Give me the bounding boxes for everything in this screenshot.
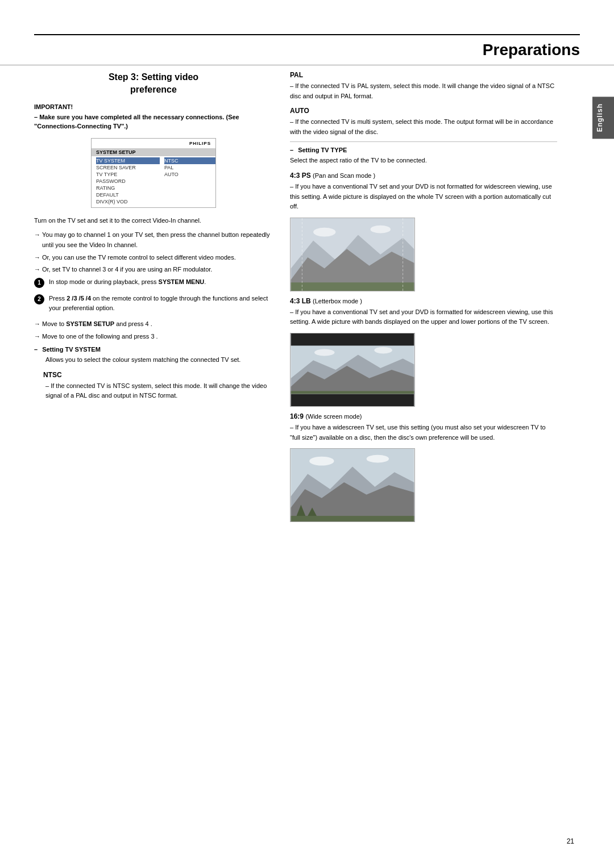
ps-heading: 4:3 PS (Pan and Scan mode ) — [290, 172, 557, 180]
menu-row-divx: DIVX(R) VOD — [96, 198, 160, 205]
left-column: Step 3: Setting video preference IMPORTA… — [34, 65, 273, 524]
auto-heading: AUTO — [290, 107, 557, 115]
ntsc-body: – If the connected TV is NTSC system, se… — [34, 381, 273, 401]
pal-heading: PAL — [290, 71, 557, 79]
svg-point-23 — [309, 457, 334, 466]
page-number: 21 — [567, 837, 574, 845]
sub-section-tv-system: – Setting TV SYSTEM — [34, 346, 273, 353]
language-tab: English — [592, 97, 614, 139]
ws-landscape-image — [290, 448, 415, 522]
svg-point-16 — [374, 347, 392, 354]
menu-row-tv-type: TV TYPE — [96, 171, 160, 178]
arrow-text-4: Move to SYSTEM SETUP and press 4 . — [34, 319, 273, 329]
page: Preparations English Step 3: Setting vid… — [0, 0, 614, 868]
sub-section-tv-type: – Setting TV TYPE — [290, 147, 557, 153]
right-column: PAL – If the connected TV is PAL system,… — [290, 65, 580, 524]
section-divider-1 — [290, 141, 557, 142]
menu-value-ntsc: NTSC — [164, 157, 215, 164]
lb-heading: 4:3 LB (Letterbox mode ) — [290, 297, 557, 305]
menu-value-auto: AUTO — [164, 171, 215, 178]
menu-row-password: PASSWORD — [96, 178, 160, 185]
menu-row-rating: RATING — [96, 185, 160, 191]
menu-header: SYSTEM SETUP — [92, 148, 215, 156]
menu-rows: TV SYSTEM SCREEN SAVER TV TYPE PASSWORD … — [92, 157, 215, 205]
sub-body-tv-system: Allows you to select the colour system m… — [34, 355, 273, 365]
step-1: 1 In stop mode or during playback, press… — [34, 277, 273, 288]
content-area: Step 3: Setting video preference IMPORTA… — [0, 65, 614, 524]
arrow-text-1: You may go to channel 1 on your TV set, … — [34, 230, 273, 250]
svg-rect-3 — [291, 282, 414, 291]
auto-body: – If the connected TV is multi system, s… — [290, 117, 557, 137]
menu-col-right: NTSC PAL AUTO — [160, 157, 215, 205]
page-title: Preparations — [0, 35, 614, 65]
arrow-text-2: Or, you can use the TV remote control to… — [34, 253, 273, 263]
menu-row-tv-system: TV SYSTEM — [96, 157, 160, 164]
ntsc-heading: NTSC — [34, 371, 273, 379]
svg-point-15 — [314, 349, 334, 356]
sub-body-tv-type: Select the aspect ratio of the TV to be … — [290, 156, 557, 166]
step-2: 2 Press 2 /3 /5 /4 on the remote control… — [34, 294, 273, 314]
svg-point-6 — [313, 227, 335, 236]
step-2-number: 2 — [34, 294, 44, 304]
lb-landscape-image — [290, 333, 415, 407]
ps-landscape-image — [290, 218, 415, 291]
ws-body: – If you have a widescreen TV set, use t… — [290, 423, 557, 443]
menu-row-default: DEFAULT — [96, 191, 160, 198]
important-label: IMPORTANT! — [34, 103, 273, 110]
menu-value-pal: PAL — [164, 164, 215, 171]
important-text: – Make sure you have completed all the n… — [34, 112, 273, 131]
svg-rect-9 — [291, 333, 414, 346]
ps-body: – If you have a conventional TV set and … — [290, 182, 557, 212]
step-2-text: Press 2 /3 /5 /4 on the remote control t… — [49, 294, 273, 314]
brand-label: PHILIPS — [92, 141, 215, 146]
pal-body: – If the connected TV is PAL system, sel… — [290, 81, 557, 101]
svg-point-24 — [367, 455, 389, 463]
body-text-1: Turn on the TV set and set it to the cor… — [34, 216, 273, 226]
arrow-text-3: Or, set TV to channel 3 or 4 if you are … — [34, 265, 273, 275]
svg-point-7 — [371, 226, 391, 233]
lb-body: – If you have a conventional TV set and … — [290, 307, 557, 327]
svg-rect-10 — [291, 394, 414, 406]
menu-screenshot: PHILIPS SYSTEM SETUP TV SYSTEM SCREEN SA… — [91, 138, 216, 208]
step-heading: Step 3: Setting video preference — [34, 71, 273, 97]
menu-col-left: TV SYSTEM SCREEN SAVER TV TYPE PASSWORD … — [92, 157, 160, 205]
ws-heading: 16:9 (Wide screen mode) — [290, 412, 557, 420]
step-1-text: In stop mode or during playback, press S… — [49, 277, 273, 287]
arrow-text-5: Move to one of the following and press 3… — [34, 332, 273, 342]
step-1-number: 1 — [34, 278, 44, 288]
svg-rect-20 — [291, 516, 414, 521]
menu-row-screen-saver: SCREEN SAVER — [96, 164, 160, 171]
svg-rect-14 — [291, 391, 414, 394]
